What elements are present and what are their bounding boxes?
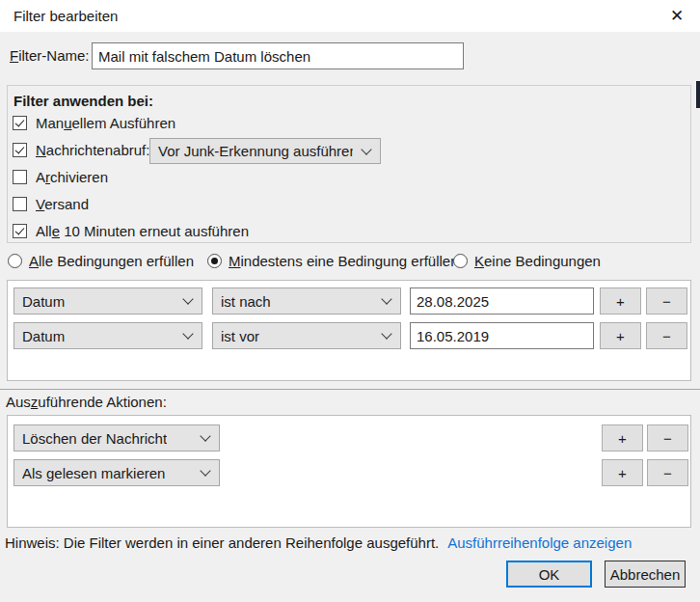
checkbox-row-manual-run[interactable]: Manuellem Ausführen [13, 115, 175, 131]
hint-text: Hinweis: Die Filter werden in einer ande… [5, 534, 439, 551]
chevron-down-icon [182, 328, 193, 339]
dropdown-value: Datum [22, 293, 65, 310]
dropdown-value: ist nach [221, 293, 271, 310]
checkbox-label: Archivieren [36, 169, 108, 185]
remove-condition-button[interactable]: − [646, 322, 687, 349]
dropdown-value: ist vor [221, 328, 259, 344]
radio-match-all[interactable]: Alle Bedingungen erfüllen [8, 253, 194, 269]
checkbox-label: Alle 10 Minuten erneut ausführen [36, 223, 249, 239]
radio-label: Keine Bedingungen [474, 253, 601, 269]
condition-operator-dropdown[interactable]: ist vor [212, 322, 401, 349]
dropdown-value: Löschen der Nachricht [22, 430, 167, 447]
remove-condition-button[interactable]: − [646, 287, 687, 315]
filter-name-input[interactable] [92, 42, 464, 69]
condition-value-input[interactable] [410, 287, 594, 315]
filter-edit-dialog: Filter bearbeiten ✕ Filter-Name: Filter … [0, 0, 700, 602]
action-dropdown[interactable]: Löschen der Nachricht [13, 424, 220, 452]
checkbox-row-periodic-run[interactable]: Alle 10 Minuten erneut ausführen [13, 223, 249, 239]
show-execution-order-link[interactable]: Ausführreihenfolge anzeigen [447, 534, 632, 551]
action-dropdown[interactable]: Als gelesen markieren [13, 459, 220, 486]
checkbox-label: Versand [36, 196, 89, 212]
chevron-down-icon [381, 328, 391, 339]
condition-value-input[interactable] [410, 322, 594, 349]
checkbox-label: Nachrichtenabruf: [36, 142, 149, 158]
chevron-down-icon [200, 430, 210, 441]
radio-button[interactable] [8, 254, 22, 268]
checkbox[interactable] [13, 170, 27, 184]
actions-heading: Auszuführende Aktionen: [6, 394, 167, 410]
remove-action-button[interactable]: − [647, 459, 688, 486]
apply-heading: Filter anwenden bei: [13, 93, 153, 109]
close-icon[interactable]: ✕ [660, 2, 694, 30]
checkbox[interactable] [13, 197, 27, 211]
section-divider [0, 389, 700, 390]
radio-label: Mindestens eine Bedingung erfüllen [229, 253, 459, 269]
chevron-down-icon [200, 465, 210, 476]
checkbox-row-archiving[interactable]: Archivieren [13, 169, 108, 185]
radio-match-none[interactable]: Keine Bedingungen [453, 253, 601, 269]
checkbox-label: Manuellem Ausführen [36, 115, 175, 131]
dropdown-value: Vor Junk-Erkennung ausführen [158, 143, 353, 159]
radio-match-any[interactable]: Mindestens eine Bedingung erfüllen [207, 253, 459, 269]
remove-action-button[interactable]: − [647, 424, 688, 452]
chevron-down-icon [381, 293, 391, 304]
checkbox[interactable] [13, 143, 27, 157]
radio-button[interactable] [207, 254, 222, 268]
condition-field-dropdown[interactable]: Datum [13, 322, 202, 349]
add-condition-button[interactable]: + [600, 287, 641, 315]
chevron-down-icon [182, 293, 193, 304]
titlebar: Filter bearbeiten ✕ [0, 0, 700, 32]
filter-name-label: Filter-Name: [10, 42, 90, 68]
window-edge-artifact [696, 81, 700, 108]
radio-label: Alle Bedingungen erfüllen [29, 253, 194, 269]
ok-button[interactable]: OK [506, 561, 592, 588]
cancel-button[interactable]: Abbrechen [605, 561, 686, 588]
condition-field-dropdown[interactable]: Datum [13, 287, 202, 315]
dialog-title: Filter bearbeiten [13, 0, 118, 32]
chevron-down-icon [361, 144, 371, 154]
checkbox[interactable] [13, 116, 27, 130]
add-condition-button[interactable]: + [600, 322, 641, 349]
dropdown-value: Als gelesen markieren [22, 465, 165, 481]
dropdown-value: Datum [22, 328, 65, 344]
checkbox-row-sending[interactable]: Versand [13, 196, 89, 212]
radio-button[interactable] [453, 254, 468, 268]
condition-operator-dropdown[interactable]: ist nach [212, 287, 401, 315]
add-action-button[interactable]: + [602, 424, 643, 452]
junk-timing-dropdown[interactable]: Vor Junk-Erkennung ausführen [149, 138, 381, 164]
add-action-button[interactable]: + [602, 459, 643, 486]
checkbox[interactable] [13, 224, 27, 238]
footer-hint-row: Hinweis: Die Filter werden in einer ande… [5, 534, 632, 551]
checkbox-row-getting-mail[interactable]: Nachrichtenabruf: [13, 142, 149, 158]
